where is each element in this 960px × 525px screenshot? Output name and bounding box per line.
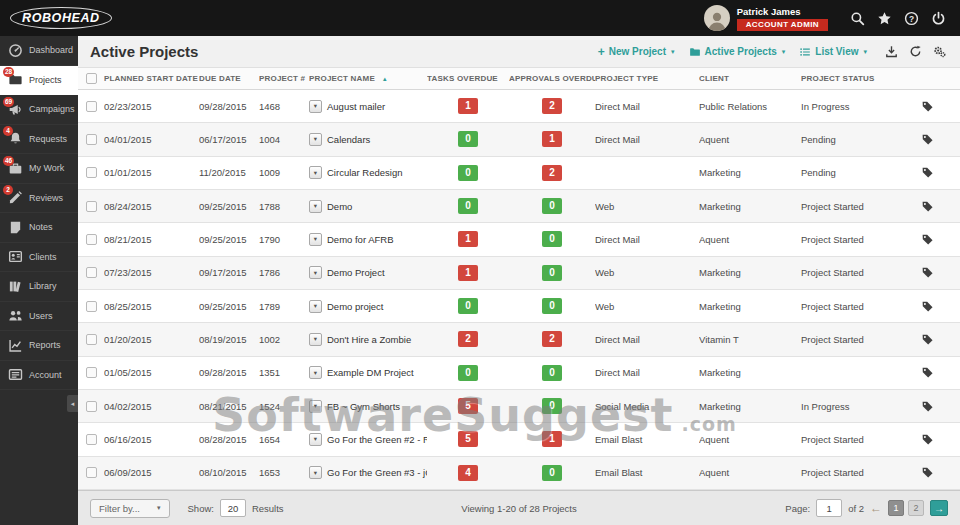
row-checkbox[interactable] <box>86 234 97 245</box>
sidebar-item-library[interactable]: Library <box>0 272 78 302</box>
page-button-2[interactable]: 2 <box>908 500 924 516</box>
column-project-type[interactable]: PROJECT TYPE <box>595 74 699 83</box>
tag-icon[interactable] <box>921 233 934 246</box>
prev-page-arrow[interactable]: ← <box>870 501 882 515</box>
table-row[interactable]: 01/20/2015 08/19/2015 1002 ▾ Don't Hire … <box>78 323 960 356</box>
table-row[interactable]: 06/09/2015 08/10/2015 1653 ▾ Go For the … <box>78 457 960 490</box>
sidebar-item-account[interactable]: Account <box>0 361 78 391</box>
project-actions-menu-button[interactable]: ▾ <box>309 166 322 179</box>
project-actions-menu-button[interactable]: ▾ <box>309 300 322 313</box>
table-row[interactable]: 04/02/2015 08/21/2015 1524 ▾ FB ~ Gym Sh… <box>78 390 960 423</box>
row-checkbox[interactable] <box>86 267 97 278</box>
tag-icon[interactable] <box>921 333 934 346</box>
tag-icon[interactable] <box>921 433 934 446</box>
robohead-logo[interactable]: ROBOHEAD <box>10 7 112 29</box>
column-approvals-overdue[interactable]: APPROVALS OVERDUE <box>509 74 595 83</box>
tag-icon[interactable] <box>921 200 934 213</box>
table-row[interactable]: 08/21/2015 09/25/2015 1790 ▾ Demo for AF… <box>78 223 960 256</box>
tag-icon[interactable] <box>921 266 934 279</box>
column-planned-start-date[interactable]: PLANNED START DATE <box>104 74 199 83</box>
table-row[interactable]: 08/24/2015 09/25/2015 1788 ▾ Demo 0 0 We… <box>78 190 960 223</box>
page-button-1[interactable]: 1 <box>888 500 904 516</box>
sidebar-item-campaigns[interactable]: 69 Campaigns <box>0 95 78 125</box>
row-checkbox[interactable] <box>86 434 97 445</box>
project-name-link[interactable]: Demo project <box>327 301 384 312</box>
sidebar-item-dashboard[interactable]: Dashboard <box>0 36 78 66</box>
row-checkbox[interactable] <box>86 301 97 312</box>
download-icon[interactable] <box>885 45 898 58</box>
next-page-button[interactable]: → <box>930 500 948 516</box>
sidebar-item-notes[interactable]: Notes <box>0 213 78 243</box>
sidebar-item-projects[interactable]: 28 Projects <box>0 66 78 96</box>
project-name-link[interactable]: Don't Hire a Zombie <box>327 334 411 345</box>
project-name-link[interactable]: Go For the Green #2 - Respon: <box>327 434 427 445</box>
project-actions-menu-button[interactable]: ▾ <box>309 133 322 146</box>
new-project-button[interactable]: + New Project ▾ <box>598 45 675 59</box>
page-number-input[interactable] <box>816 499 842 517</box>
row-checkbox[interactable] <box>86 334 97 345</box>
tag-icon[interactable] <box>921 366 934 379</box>
table-row[interactable]: 08/25/2015 09/25/2015 1789 ▾ Demo projec… <box>78 290 960 323</box>
row-checkbox[interactable] <box>86 167 97 178</box>
column-due-date[interactable]: DUE DATE <box>199 74 259 83</box>
project-actions-menu-button[interactable]: ▾ <box>309 466 322 479</box>
project-name-link[interactable]: Go For the Green #3 - jQuery <box>327 467 427 478</box>
row-checkbox[interactable] <box>86 201 97 212</box>
column-client[interactable]: CLIENT <box>699 74 801 83</box>
project-actions-menu-button[interactable]: ▾ <box>309 100 322 113</box>
view-filter-dropdown[interactable]: Active Projects ▾ <box>689 46 786 58</box>
project-actions-menu-button[interactable]: ▾ <box>309 366 322 379</box>
sidebar-item-reviews[interactable]: 2 Reviews <box>0 184 78 214</box>
sidebar-item-reports[interactable]: Reports <box>0 331 78 361</box>
sidebar-item-users[interactable]: Users <box>0 302 78 332</box>
project-actions-menu-button[interactable]: ▾ <box>309 333 322 346</box>
sidebar-item-clients[interactable]: Clients <box>0 243 78 273</box>
view-mode-dropdown[interactable]: List View ▾ <box>799 46 867 58</box>
sidebar-item-requests[interactable]: 4 Requests <box>0 125 78 155</box>
tag-icon[interactable] <box>921 300 934 313</box>
tag-icon[interactable] <box>921 133 934 146</box>
project-actions-menu-button[interactable]: ▾ <box>309 233 322 246</box>
table-row[interactable]: 07/23/2015 09/17/2015 1786 ▾ Demo Projec… <box>78 257 960 290</box>
row-checkbox[interactable] <box>86 134 97 145</box>
project-name-link[interactable]: August mailer <box>327 101 385 112</box>
project-name-link[interactable]: Demo for AFRB <box>327 234 394 245</box>
project-actions-menu-button[interactable]: ▾ <box>309 433 322 446</box>
row-checkbox[interactable] <box>86 367 97 378</box>
user-menu[interactable]: Patrick James ACCOUNT ADMIN <box>704 5 838 31</box>
project-actions-menu-button[interactable]: ▾ <box>309 266 322 279</box>
project-name-link[interactable]: Demo <box>327 201 352 212</box>
project-name-link[interactable]: Circular Redesign <box>327 167 403 178</box>
select-all-checkbox[interactable] <box>86 73 97 84</box>
refresh-icon[interactable] <box>909 45 922 58</box>
power-icon[interactable] <box>931 11 946 26</box>
tag-icon[interactable] <box>921 400 934 413</box>
show-count-input[interactable] <box>220 499 246 517</box>
column-tasks-overdue[interactable]: TASKS OVERDUE <box>427 74 509 83</box>
project-name-link[interactable]: Demo Project <box>327 267 385 278</box>
settings-gear-icon[interactable] <box>933 45 946 58</box>
sidebar-item-my-work[interactable]: 46 My Work <box>0 154 78 184</box>
project-name-link[interactable]: Example DM Project <box>327 367 414 378</box>
tag-icon[interactable] <box>921 100 934 113</box>
help-icon[interactable] <box>904 11 919 26</box>
table-row[interactable]: 02/23/2015 09/28/2015 1468 ▾ August mail… <box>78 90 960 123</box>
project-name-link[interactable]: Calendars <box>327 134 370 145</box>
star-icon[interactable] <box>877 11 892 26</box>
project-actions-menu-button[interactable]: ▾ <box>309 400 322 413</box>
row-checkbox[interactable] <box>86 401 97 412</box>
row-checkbox[interactable] <box>86 467 97 478</box>
project-actions-menu-button[interactable]: ▾ <box>309 200 322 213</box>
table-row[interactable]: 06/16/2015 08/28/2015 1654 ▾ Go For the … <box>78 423 960 456</box>
table-row[interactable]: 04/01/2015 06/17/2015 1004 ▾ Calendars 0… <box>78 123 960 156</box>
tag-icon[interactable] <box>921 166 934 179</box>
filter-by-dropdown[interactable]: Filter by... ▾ <box>90 499 170 518</box>
search-icon[interactable] <box>850 11 865 26</box>
column-project-number[interactable]: PROJECT # <box>259 74 309 83</box>
row-checkbox[interactable] <box>86 101 97 112</box>
table-row[interactable]: 01/05/2015 09/28/2015 1351 ▾ Example DM … <box>78 357 960 390</box>
user-avatar[interactable] <box>704 5 730 31</box>
project-name-link[interactable]: FB ~ Gym Shorts <box>327 401 400 412</box>
column-project-status[interactable]: PROJECT STATUS <box>801 74 897 83</box>
column-project-name[interactable]: PROJECT NAME ▴ <box>309 74 427 83</box>
